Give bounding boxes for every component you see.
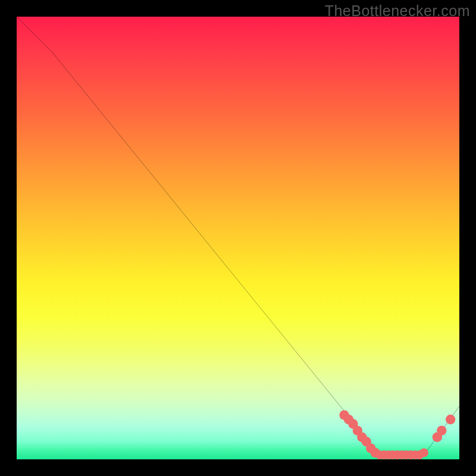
plot-area	[17, 17, 459, 459]
marker-dot	[437, 425, 446, 435]
chart-frame: TheBottlenecker.com	[0, 0, 476, 476]
marker-group	[339, 410, 455, 459]
chart-svg	[17, 17, 459, 459]
curve-path	[17, 17, 459, 455]
marker-dot	[446, 415, 455, 424]
marker-dot	[419, 448, 428, 457]
